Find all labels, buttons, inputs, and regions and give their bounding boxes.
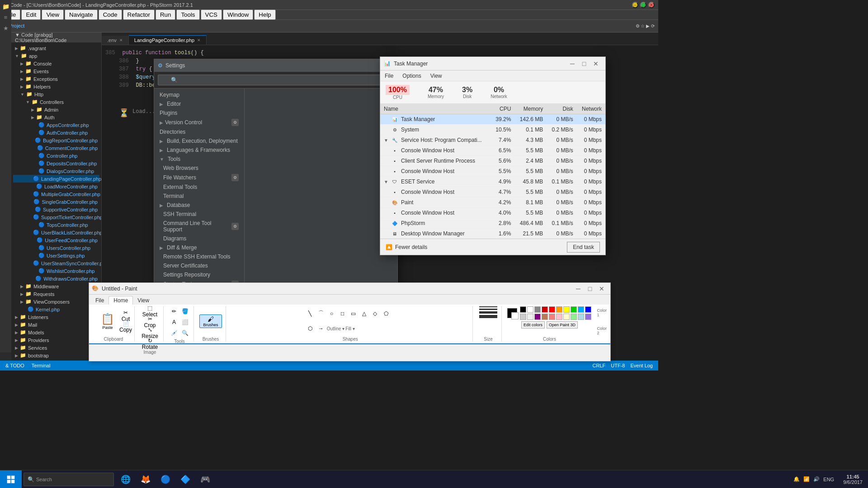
paint-fill-button[interactable]: 🪣 bbox=[180, 306, 190, 316]
tree-item-config[interactable]: ▼📁config bbox=[13, 359, 99, 361]
paint-zoom-button[interactable]: 🔍 bbox=[180, 328, 190, 338]
tab-env-close[interactable]: ✕ bbox=[119, 38, 123, 42]
menu-vcs[interactable]: VCS bbox=[201, 9, 222, 20]
tm-process-row[interactable]: 📊 Task Manager 39.2% 142.6 MB 0 MB/s 0 M… bbox=[380, 114, 605, 125]
tree-item-requests[interactable]: ▶📁Requests bbox=[13, 290, 99, 298]
tree-item-services[interactable]: ▶📁Services bbox=[13, 344, 99, 352]
tm-process-row[interactable]: 🎨 Paint 4.2% 8.1 MB 0 MB/s 0 Mbps bbox=[380, 197, 605, 208]
tree-item-bugreport-controller[interactable]: 🔵 BugReportController.php bbox=[13, 136, 99, 144]
paint-shape-arrow[interactable]: → bbox=[316, 324, 326, 333]
paint-color2-swatch[interactable] bbox=[511, 312, 519, 319]
paint-copy-button[interactable]: 📄 Copy bbox=[121, 322, 131, 332]
paint-brushes-button[interactable]: 🖌Brushes bbox=[199, 314, 222, 328]
menu-edit[interactable]: Edit bbox=[21, 9, 41, 20]
paint-colorpicker-button[interactable]: 💉 bbox=[169, 328, 179, 338]
paint-select-button[interactable]: ⬚ Select bbox=[145, 306, 155, 316]
color-purple[interactable] bbox=[534, 314, 541, 320]
paint-size-1[interactable] bbox=[479, 306, 497, 307]
paint-shape-curve[interactable]: ⌒ bbox=[316, 309, 326, 319]
settings-item-remote-ssh[interactable]: Remote SSH External Tools bbox=[156, 252, 242, 261]
tree-item-comment-controller[interactable]: 🔵 CommentController.php bbox=[13, 144, 99, 152]
tm-process-row[interactable]: ▪ Console Window Host 5.5% 5.5 MB 0 MB/s… bbox=[380, 166, 605, 177]
color-blue[interactable] bbox=[585, 306, 591, 313]
color-gray[interactable] bbox=[534, 306, 541, 313]
settings-item-diagrams[interactable]: Diagrams bbox=[156, 234, 242, 243]
color-green[interactable] bbox=[571, 306, 577, 313]
paint-eraser-button[interactable]: ⬜ bbox=[180, 317, 190, 327]
paint-close-button[interactable]: ✕ bbox=[596, 284, 608, 293]
paint-edit-colors-button[interactable]: Edit colors bbox=[521, 321, 545, 328]
color-nearwhite[interactable] bbox=[527, 314, 533, 320]
col-cpu[interactable]: CPU bbox=[491, 104, 515, 114]
tm-process-row[interactable]: ▼ 🔧 Service Host: Program Compati... 7.4… bbox=[380, 135, 605, 145]
tree-item-userblacklist-controller[interactable]: 🔵 UserBlackListController.php bbox=[13, 229, 99, 236]
menu-view[interactable]: View bbox=[42, 9, 64, 20]
paint-size-4[interactable] bbox=[479, 315, 497, 318]
taskbar-volume-icon[interactable]: 🔊 bbox=[813, 476, 820, 482]
tm-end-task-button[interactable]: End task bbox=[567, 242, 600, 253]
taskbar-notification-icon[interactable]: 🔔 bbox=[793, 476, 800, 482]
paint-maximize-button[interactable]: □ bbox=[584, 284, 596, 293]
color-cyan[interactable] bbox=[578, 306, 584, 313]
tree-item-loadmore-controller[interactable]: 🔵 LoadMoreController.php bbox=[13, 183, 99, 190]
tree-item-providers[interactable]: ▶📁Providers bbox=[13, 336, 99, 344]
tree-item-tops-controller[interactable]: 🔵 TopsController.php bbox=[13, 221, 99, 229]
menu-code[interactable]: Code bbox=[99, 9, 122, 20]
tree-item-withdraws-controller[interactable]: 🔵 WithdrawsController.php bbox=[13, 275, 99, 282]
settings-item-directories[interactable]: Directories bbox=[156, 127, 242, 136]
project-icon[interactable]: 📁 bbox=[1, 2, 10, 11]
tm-process-row[interactable]: ▪ Console Window Host 4.0% 5.5 MB 0 MB/s… bbox=[380, 208, 605, 218]
structure-icon[interactable]: ≡ bbox=[1, 13, 10, 22]
tm-process-row[interactable]: ▼ 🛡 ESET Service 4.9% 45.8 MB 0.1 MB/s 0… bbox=[380, 177, 605, 187]
taskbar-app-misc1[interactable]: 🎮 bbox=[195, 470, 215, 488]
settings-item-database[interactable]: ▶Database bbox=[156, 201, 242, 210]
paint-shape-penta[interactable]: ⬠ bbox=[381, 309, 391, 319]
settings-item-keymap[interactable]: Keymap bbox=[156, 90, 242, 99]
settings-item-external-tools[interactable]: External Tools bbox=[156, 183, 242, 192]
tree-item-usersettings[interactable]: 🔵 UserSettings.php bbox=[13, 252, 99, 259]
settings-item-ssh-terminal[interactable]: SSH Terminal bbox=[156, 210, 242, 219]
tree-item-listeners[interactable]: ▶📁Listeners bbox=[13, 313, 99, 321]
settings-item-version-control[interactable]: ▶Version Control ⚙ bbox=[156, 117, 242, 127]
close-button[interactable]: ✕ bbox=[648, 2, 655, 8]
paint-shape-diamond[interactable]: ◇ bbox=[370, 309, 380, 319]
menu-run[interactable]: Run bbox=[156, 9, 175, 20]
tree-item-landing-controller[interactable]: 🔵 LandingPageController.php bbox=[13, 175, 99, 183]
color-red[interactable] bbox=[549, 306, 555, 313]
col-mem[interactable]: Memory bbox=[514, 104, 547, 114]
menu-tools[interactable]: Tools bbox=[176, 9, 199, 20]
tab-landing-close[interactable]: ✕ bbox=[197, 38, 201, 42]
tab-env[interactable]: .env ✕ bbox=[102, 36, 129, 45]
menu-navigate[interactable]: Navigate bbox=[65, 9, 98, 20]
paint-tab-home[interactable]: Home bbox=[108, 296, 133, 305]
color-yellow[interactable] bbox=[563, 306, 570, 313]
paint-shape-hex[interactable]: ⬡ bbox=[305, 324, 315, 333]
color-orange[interactable] bbox=[556, 306, 562, 313]
col-net[interactable]: Network bbox=[577, 104, 605, 114]
tree-item-singlegrab-controller[interactable]: 🔵 SingleGrabController.php bbox=[13, 198, 99, 206]
tm-menu-view[interactable]: View bbox=[426, 72, 447, 80]
tree-item-exceptions[interactable]: ▶📁Exceptions bbox=[13, 75, 99, 83]
menu-window[interactable]: Window bbox=[223, 9, 253, 20]
tm-menu-file[interactable]: File bbox=[380, 72, 398, 80]
color-mediumpurple[interactable] bbox=[585, 314, 591, 320]
tree-item-viewcomposers[interactable]: ▶📁ViewComposers bbox=[13, 298, 99, 305]
settings-item-tools[interactable]: ▼Tools bbox=[156, 155, 242, 164]
tree-item-kernel-php[interactable]: 🔵 Kernel.php bbox=[13, 305, 99, 313]
tree-item-wishlist-controller[interactable]: 🔵 WishlistController.php bbox=[13, 267, 99, 275]
tree-item-http[interactable]: ▼📁Http bbox=[13, 90, 99, 98]
menu-help[interactable]: Help bbox=[254, 9, 275, 20]
tree-item-models[interactable]: ▶📁Models bbox=[13, 328, 99, 336]
color-pink[interactable] bbox=[556, 314, 562, 320]
tm-fewer-details[interactable]: 🔼 Fewer details bbox=[386, 244, 427, 250]
tm-close-button[interactable]: ✕ bbox=[590, 59, 602, 69]
tree-item-supportive-controller[interactable]: 🔵 SupportiveController.php bbox=[13, 206, 99, 213]
color-lightred[interactable] bbox=[549, 314, 555, 320]
paint-resize-button[interactable]: ⤡ Resize bbox=[145, 328, 155, 338]
tm-process-row[interactable]: 🔷 PhpStorm 2.8% 486.4 MB 0.1 MB/s 0 Mbps bbox=[380, 218, 605, 229]
taskbar-app-phpstorm[interactable]: 🔷 bbox=[175, 470, 195, 488]
paint-open-paint3d-button[interactable]: Open Paint 3D bbox=[547, 321, 578, 328]
color-lightgreen[interactable] bbox=[571, 314, 577, 320]
tm-process-row[interactable]: ▪ Console Window Host 4.7% 5.5 MB 0 MB/s… bbox=[380, 187, 605, 197]
tree-item-apps-controller[interactable]: 🔵 AppsController.php bbox=[13, 121, 99, 129]
